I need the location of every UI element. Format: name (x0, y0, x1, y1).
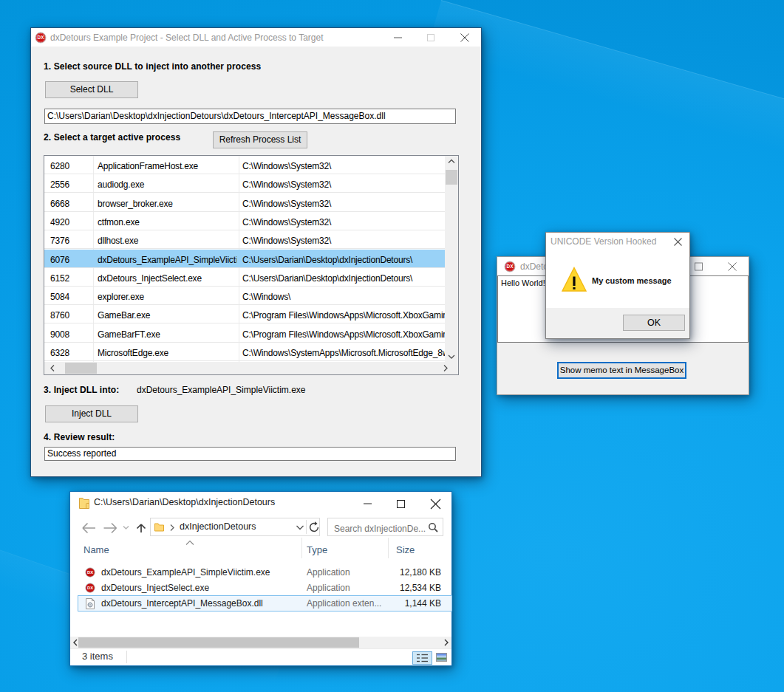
svg-text:DX: DX (38, 35, 45, 40)
svg-text:DX: DX (87, 570, 93, 575)
svg-text:DX: DX (87, 586, 93, 590)
svg-text:DX: DX (507, 264, 514, 269)
